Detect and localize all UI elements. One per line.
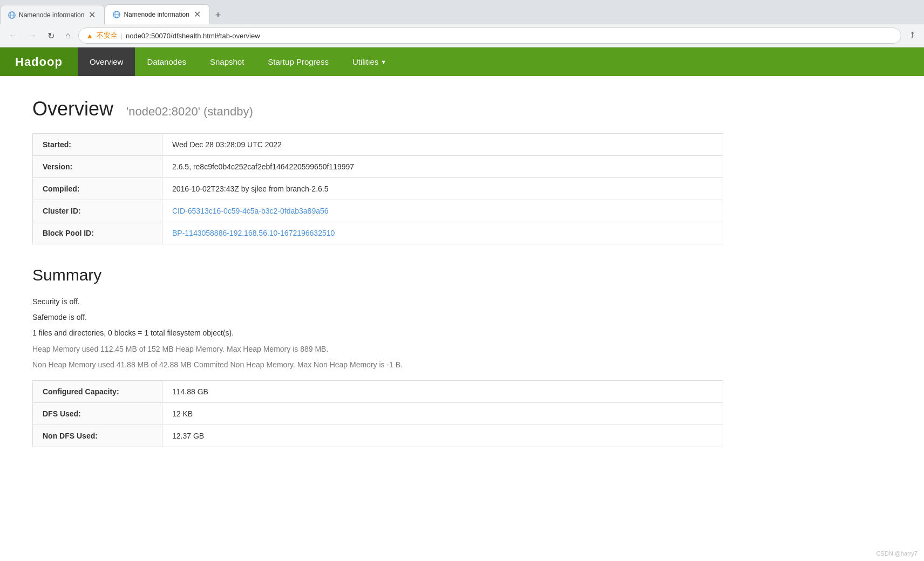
table-row: Cluster ID: CID-65313c16-0c59-4c5a-b3c2-… <box>33 200 723 222</box>
nav-link-utilities[interactable]: Utilities ▼ <box>341 47 398 76</box>
home-button[interactable]: ⌂ <box>62 29 74 43</box>
summary-line-0: Security is off. <box>32 295 723 309</box>
block-pool-value: BP-1143058886-192.168.56.10-167219663251… <box>162 222 723 244</box>
table-row: Version: 2.6.5, re8c9fe0b4c252caf2ebf146… <box>33 156 723 178</box>
version-value: 2.6.5, re8c9fe0b4c252caf2ebf146422059965… <box>162 156 723 178</box>
forward-button[interactable]: → <box>25 29 40 43</box>
security-warning-icon: ▲ <box>86 32 93 40</box>
version-label: Version: <box>33 156 162 178</box>
non-dfs-used-value: 12.37 GB <box>162 425 723 447</box>
table-row: Configured Capacity: 114.88 GB <box>33 380 723 402</box>
dfs-used-value: 12 KB <box>162 402 723 425</box>
overview-table: Started: Wed Dec 28 03:28:09 UTC 2022 Ve… <box>32 133 723 244</box>
tab-2[interactable]: Namenode information ✕ <box>105 4 209 24</box>
block-pool-label: Block Pool ID: <box>33 222 162 244</box>
nav-link-startup-progress[interactable]: Startup Progress <box>256 47 341 76</box>
cluster-id-value: CID-65313c16-0c59-4c5a-b3c2-0fdab3a89a56 <box>162 200 723 222</box>
nav-link-snapshot[interactable]: Snapshot <box>198 47 256 76</box>
insecure-label: 不安全 <box>97 31 118 40</box>
compiled-value: 2016-10-02T23:43Z by sjlee from branch-2… <box>162 178 723 200</box>
tab-bar: Namenode information ✕ Namenode informat… <box>0 0 924 24</box>
table-row: Started: Wed Dec 28 03:28:09 UTC 2022 <box>33 134 723 156</box>
non-dfs-used-label: Non DFS Used: <box>33 425 162 447</box>
started-value: Wed Dec 28 03:28:09 UTC 2022 <box>162 134 723 156</box>
tab-1[interactable]: Namenode information ✕ <box>0 5 105 24</box>
summary-line-3: Heap Memory used 112.45 MB of 152 MB Hea… <box>32 343 723 356</box>
table-row: Non DFS Used: 12.37 GB <box>33 425 723 447</box>
nav-links: Overview Datanodes Snapshot Startup Prog… <box>78 47 398 76</box>
dfs-used-label: DFS Used: <box>33 402 162 425</box>
summary-line-4: Non Heap Memory used 41.88 MB of 42.88 M… <box>32 358 723 372</box>
hadoop-navbar: Hadoop Overview Datanodes Snapshot Start… <box>0 47 924 76</box>
address-bar[interactable]: ▲ 不安全 | node02:50070/dfshealth.html#tab-… <box>78 28 901 44</box>
table-row: DFS Used: 12 KB <box>33 402 723 425</box>
tab1-close-icon[interactable]: ✕ <box>87 10 97 20</box>
summary-text: Security is off. Safemode is off. 1 file… <box>32 295 723 372</box>
node-info: 'node02:8020' (standby) <box>126 105 253 118</box>
refresh-button[interactable]: ↻ <box>44 29 58 43</box>
tab2-close-icon[interactable]: ✕ <box>193 9 202 19</box>
share-button[interactable]: ⤴ <box>906 29 919 43</box>
overview-heading: Overview 'node02:8020' (standby) <box>32 98 723 120</box>
hadoop-brand: Hadoop <box>0 47 78 76</box>
utilities-label: Utilities <box>352 57 378 66</box>
back-button[interactable]: ← <box>5 29 21 43</box>
new-tab-button[interactable]: + <box>210 6 227 24</box>
configured-capacity-value: 114.88 GB <box>162 380 723 402</box>
globe-icon-tab1 <box>8 11 16 19</box>
address-bar-row: ← → ↻ ⌂ ▲ 不安全 | node02:50070/dfshealth.h… <box>0 24 924 47</box>
tab2-title: Namenode information <box>124 11 189 18</box>
summary-line-2: 1 files and directories, 0 blocks = 1 to… <box>32 326 723 340</box>
started-label: Started: <box>33 134 162 156</box>
table-row: Compiled: 2016-10-02T23:43Z by sjlee fro… <box>33 178 723 200</box>
utilities-dropdown-icon: ▼ <box>381 59 386 65</box>
summary-line-1: Safemode is off. <box>32 311 723 324</box>
cluster-id-label: Cluster ID: <box>33 200 162 222</box>
summary-table: Configured Capacity: 114.88 GB DFS Used:… <box>32 380 723 447</box>
nav-link-datanodes[interactable]: Datanodes <box>135 47 198 76</box>
globe-icon-tab2 <box>113 11 120 18</box>
tab1-title: Namenode information <box>19 11 84 19</box>
compiled-label: Compiled: <box>33 178 162 200</box>
page-content: Overview 'node02:8020' (standby) Started… <box>0 76 756 469</box>
summary-heading: Summary <box>32 266 723 284</box>
table-row: Block Pool ID: BP-1143058886-192.168.56.… <box>33 222 723 244</box>
browser-chrome: Namenode information ✕ Namenode informat… <box>0 0 924 47</box>
configured-capacity-label: Configured Capacity: <box>33 380 162 402</box>
nav-link-overview[interactable]: Overview <box>78 47 135 76</box>
url-text: node02:50070/dfshealth.html#tab-overview <box>126 32 260 40</box>
